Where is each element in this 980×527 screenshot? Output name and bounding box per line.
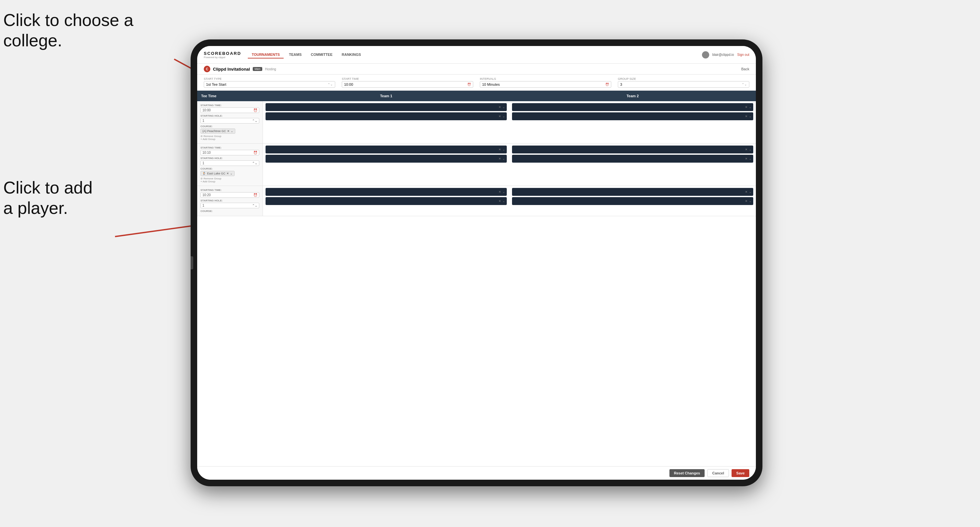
c-logo: C (204, 66, 210, 72)
time-icon-3: ⏰ (253, 193, 257, 197)
intervals-group: Intervals 10 Minutes ⏰ (480, 77, 611, 88)
slot-x-3-1[interactable]: ✕ (498, 148, 501, 151)
course-remove-1[interactable]: ✕ (227, 129, 230, 133)
player-slot-3-2[interactable]: ✕ ⌄ (266, 155, 507, 163)
course-name-1: (A) Peachtree GC (202, 129, 226, 133)
slot-x-1-2[interactable]: ✕ (498, 115, 501, 118)
start-type-select[interactable]: 1st Tee Start ⌃⌄ (204, 81, 335, 88)
course-icon-2: 🏌 (202, 172, 206, 175)
col-tee-time: Tee Time (197, 93, 263, 99)
remove-group-1[interactable]: ⊘ Remove Group (200, 135, 259, 138)
back-button[interactable]: Back (741, 67, 749, 71)
slot-expand-3-1[interactable]: ⌄ (503, 148, 505, 151)
slot-expand-5-1[interactable]: ⌄ (503, 190, 505, 194)
player-slot-5-1[interactable]: ✕ ⌄ (266, 188, 507, 196)
slot-expand-2-2[interactable]: ⌄ (749, 115, 752, 118)
start-time-select[interactable]: 10:00 ⏰ (342, 81, 473, 88)
slot-expand-4-1[interactable]: ⌄ (749, 148, 752, 151)
add-group-1[interactable]: + Add Group (200, 138, 259, 141)
course-expand-2[interactable]: ⌄ (230, 172, 233, 175)
slot-expand-6-2[interactable]: ⌄ (749, 200, 752, 203)
intervals-label: Intervals (480, 77, 611, 81)
slot-expand-1-2[interactable]: ⌄ (503, 115, 505, 118)
player-slot-6-2[interactable]: ✕ ⌄ (512, 197, 753, 205)
course-tag-1[interactable]: (A) Peachtree GC ✕ ⌄ (200, 129, 235, 134)
slot-x-5-2[interactable]: ✕ (498, 200, 501, 203)
add-group-2[interactable]: + Add Group (200, 180, 259, 183)
player-slot-4-1[interactable]: ✕ ⌄ (512, 146, 753, 154)
player-slot-2-1[interactable]: ✕ ⌄ (512, 103, 753, 111)
group-size-value: 3 (620, 83, 622, 86)
slot-x-1-1[interactable]: ✕ (498, 105, 501, 109)
start-time-icon: ⏰ (467, 83, 471, 86)
start-time-group: Start Time 10:00 ⏰ (342, 77, 473, 88)
team2-slots-2: ✕ ⌄ ✕ ⌄ (509, 144, 756, 186)
annotation-top-line1: Click to choose a (3, 10, 134, 30)
starting-hole-input-1[interactable]: 1 ⌃⌄ (200, 118, 259, 124)
player-slot-3-1[interactable]: ✕ ⌄ (266, 146, 507, 154)
save-button[interactable]: Save (732, 469, 749, 477)
slot-x-3-2[interactable]: ✕ (498, 157, 501, 160)
remove-group-2[interactable]: ⊘ Remove Group (200, 177, 259, 180)
group-size-label: Group Size (618, 77, 749, 81)
player-slot-4-2[interactable]: ✕ ⌄ (512, 155, 753, 163)
sub-header-left: C Clippd Invitational Men Hosting (204, 66, 276, 72)
logo-sub: Powered by clippd (204, 56, 241, 59)
starting-hole-input-3[interactable]: 1 ⌃⌄ (200, 203, 259, 208)
col-team2: Team 2 (509, 93, 756, 99)
start-type-label: Start Type (204, 77, 335, 81)
starting-time-input-1[interactable]: 10:00 ⏰ (200, 108, 259, 113)
course-expand-1[interactable]: ⌄ (231, 129, 233, 133)
intervals-value: 10 Minutes (482, 83, 500, 86)
sign-out-link[interactable]: Sign out (737, 53, 749, 57)
player-slot-5-2[interactable]: ✕ ⌄ (266, 197, 507, 205)
nav-link-committee[interactable]: COMMITTEE (307, 51, 337, 59)
group-left-1: STARTING TIME: 10:00 ⏰ STARTING HOLE: 1 … (197, 101, 263, 143)
slot-expand-4-2[interactable]: ⌄ (749, 157, 752, 160)
logo-text: SCOREBOARD (204, 51, 241, 56)
nav-avatar (702, 51, 709, 59)
user-email: blair@clippd.io (713, 53, 734, 57)
slot-x-6-1[interactable]: ✕ (745, 190, 748, 194)
slot-x-4-1[interactable]: ✕ (745, 148, 748, 151)
slot-expand-3-2[interactable]: ⌄ (503, 157, 505, 160)
slot-x-2-2[interactable]: ✕ (745, 115, 748, 118)
group-left-3: STARTING TIME: 10:20 ⏰ STARTING HOLE: 1 … (197, 186, 263, 216)
main-content: Tee Time Team 1 Team 2 STARTING TIME: 10… (197, 90, 756, 466)
controls-row: Start Type 1st Tee Start ⌃⌄ Start Time 1… (197, 75, 756, 90)
event-title: Clippd Invitational (213, 67, 250, 71)
slot-expand-6-1[interactable]: ⌄ (749, 190, 752, 194)
sub-header: C Clippd Invitational Men Hosting Back (197, 64, 756, 75)
player-slot-2-2[interactable]: ✕ ⌄ (512, 113, 753, 120)
starting-hole-input-2[interactable]: 1 ⌃⌄ (200, 160, 259, 166)
annotation-top-line2: college. (3, 30, 134, 51)
player-slot-1-2[interactable]: ✕ ⌄ (266, 113, 507, 120)
player-slot-6-1[interactable]: ✕ ⌄ (512, 188, 753, 196)
nav-link-tournaments[interactable]: TOURNAMENTS (248, 51, 284, 59)
slot-x-2-1[interactable]: ✕ (745, 105, 748, 109)
hosting-badge: Hosting (265, 67, 276, 71)
nav-link-teams[interactable]: TEAMS (285, 51, 305, 59)
cancel-button[interactable]: Cancel (707, 469, 729, 477)
starting-time-input-3[interactable]: 10:20 ⏰ (200, 192, 259, 198)
time-icon-1: ⏰ (253, 108, 257, 112)
starting-hole-label-2: STARTING HOLE: (200, 157, 259, 160)
starting-hole-value-1: 1 (202, 119, 204, 122)
group-size-select[interactable]: 3 ⌃⌄ (618, 81, 749, 88)
nav-link-rankings[interactable]: RANKINGS (338, 51, 365, 59)
course-tag-2[interactable]: 🏌 East Lake GC ✕ ⌄ (200, 171, 235, 176)
start-type-value: 1st Tee Start (206, 83, 226, 86)
reset-button[interactable]: Reset Changes (670, 469, 705, 477)
slot-expand-5-2[interactable]: ⌄ (503, 200, 505, 203)
slot-x-4-2[interactable]: ✕ (745, 157, 748, 160)
intervals-select[interactable]: 10 Minutes ⏰ (480, 81, 611, 88)
slot-x-6-2[interactable]: ✕ (745, 200, 748, 203)
player-slot-1-1[interactable]: ✕ ⌄ (266, 103, 507, 111)
slot-expand-2-1[interactable]: ⌄ (749, 105, 752, 109)
hole-arrow-2: ⌃⌄ (252, 161, 257, 165)
slot-expand-1-1[interactable]: ⌄ (503, 105, 505, 109)
slot-x-5-1[interactable]: ✕ (498, 190, 501, 194)
starting-time-input-2[interactable]: 10:10 ⏰ (200, 150, 259, 156)
course-remove-2[interactable]: ✕ (226, 172, 229, 175)
group-left-2: STARTING TIME: 10:10 ⏰ STARTING HOLE: 1 … (197, 144, 263, 186)
